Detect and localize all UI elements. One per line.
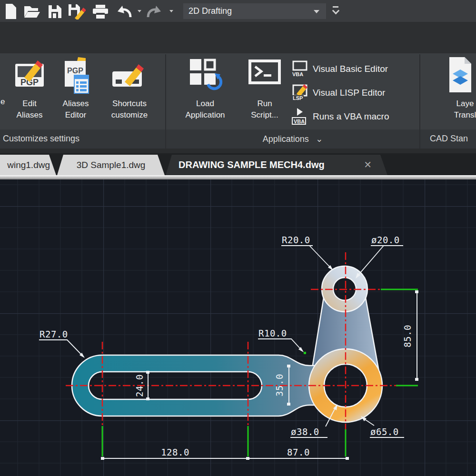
- cad-standards-panel-caption: CAD Stan: [430, 134, 468, 144]
- undo-dropdown[interactable]: [138, 10, 141, 12]
- dim-87: 87.0: [287, 447, 310, 457]
- autocad-window: 2D Drafting Home Insert Annotation 3D Su…: [0, 0, 476, 476]
- print-icon: [92, 4, 109, 19]
- shortcuts-customize-icon: [106, 55, 153, 96]
- vba-macro-button[interactable]: VBA Runs a VBA macro: [290, 108, 389, 126]
- workspace-label: 2D Drafting: [188, 6, 232, 16]
- load-application-icon: [174, 55, 236, 96]
- edit-aliases-icon: PGP: [11, 55, 48, 96]
- load-application-button[interactable]: Load Application: [174, 55, 236, 121]
- load-application-label-2: Application: [174, 109, 236, 121]
- ribbon-bottom-gap: [0, 149, 476, 153]
- new-file-button[interactable]: [2, 3, 20, 20]
- dim-r10: R10.0: [258, 328, 287, 338]
- open-folder-icon: [23, 4, 40, 19]
- aliases-editor-button[interactable]: PGP Aliases Editor: [57, 55, 94, 121]
- quick-access-toolbar: 2D Drafting: [0, 0, 476, 22]
- new-file-icon: [5, 3, 17, 20]
- visual-lisp-editor-icon: LSP: [290, 84, 308, 102]
- dim-85: 85.0: [402, 325, 413, 347]
- dim-d38: ø38.0: [291, 426, 319, 437]
- load-application-label-1: Load: [174, 98, 236, 109]
- chevron-down-icon: [138, 10, 141, 12]
- save-as-icon: [68, 3, 86, 20]
- vba-macro-icon: VBA: [290, 108, 308, 126]
- panel-separator: [419, 129, 420, 149]
- osnap-dot: [304, 352, 306, 354]
- workspace-selector[interactable]: 2D Drafting: [183, 3, 326, 19]
- edit-aliases-label-2: Aliases: [11, 109, 48, 121]
- dim-d65: ø65.0: [370, 426, 399, 437]
- panel-expand-chevron-icon: ⌄: [316, 134, 323, 144]
- dim-24: 24.0: [134, 374, 145, 397]
- run-script-label-1: Run: [242, 98, 288, 109]
- svg-text:PGP: PGP: [67, 67, 83, 75]
- layer-translator-label-1: Laye: [444, 98, 476, 109]
- file-tab-label: wing1.dwg: [7, 160, 50, 170]
- ribbon-panel-area: e PGP Edit Aliases PGP: [0, 53, 476, 129]
- save-as-button[interactable]: [68, 3, 86, 20]
- dim-d20: ø20.0: [371, 235, 400, 245]
- redo-button[interactable]: [145, 3, 163, 20]
- dim-35: 35.0: [274, 374, 285, 397]
- undo-icon: [116, 4, 132, 19]
- panel-separator: [165, 129, 166, 149]
- visual-basic-editor-button[interactable]: VBA Visual Basic Editor: [290, 60, 388, 78]
- visual-basic-editor-label: Visual Basic Editor: [313, 64, 388, 74]
- dim-128: 128.0: [161, 447, 189, 457]
- run-script-label-2: Script...: [242, 109, 288, 121]
- file-tab-3d-sample1[interactable]: 3D Sample1.dwg: [57, 155, 165, 175]
- layer-translator-label-2: Transl: [444, 109, 476, 121]
- aliases-editor-icon: PGP: [57, 55, 94, 96]
- svg-text:LSP: LSP: [293, 95, 303, 101]
- vba-macro-label: Runs a VBA macro: [313, 111, 389, 122]
- aliases-editor-label-2: Editor: [57, 109, 94, 121]
- close-tab-icon[interactable]: ✕: [364, 155, 372, 175]
- layer-translator-icon: [444, 55, 476, 96]
- layer-translator-button[interactable]: Laye Transl: [444, 55, 476, 121]
- edit-aliases-label-1: Edit: [11, 98, 48, 109]
- chevron-down-icon: [169, 10, 173, 12]
- ribbon-tab-bar: Home Insert Annotation 3D Surface Mesh L…: [0, 22, 476, 53]
- run-script-icon: [242, 55, 288, 96]
- visual-lisp-editor-button[interactable]: LSP Visual LISP Editor: [290, 84, 385, 102]
- caret-down-icon: [314, 10, 319, 13]
- redo-dropdown[interactable]: [169, 10, 173, 12]
- applications-panel-caption[interactable]: Applications ⌄: [168, 134, 418, 144]
- aliases-editor-label-1: Aliases: [57, 98, 94, 109]
- save-icon: [48, 4, 62, 19]
- redo-icon: [146, 4, 162, 19]
- tab-bottom-strip: [0, 175, 476, 179]
- dim-r20: R20.0: [282, 235, 310, 245]
- drawing-svg: R20.0 ø20.0 R27.0 R10.0 ø38.0 ø65.0 128.…: [0, 179, 476, 476]
- file-tab-drawing1[interactable]: wing1.dwg: [0, 155, 56, 175]
- run-script-button[interactable]: Run Script...: [242, 55, 288, 121]
- visual-lisp-editor-label: Visual LISP Editor: [313, 88, 385, 98]
- open-button[interactable]: [23, 3, 41, 20]
- svg-text:VBA: VBA: [294, 119, 305, 124]
- panel-caption-row: Customizes settings Applications ⌄ CAD S…: [0, 129, 476, 149]
- shortcuts-label-1: Shortcuts: [106, 98, 153, 109]
- file-tab-label: 3D Sample1.dwg: [77, 160, 146, 170]
- file-tab-drawing-sample-mech4[interactable]: DRAWING SAMPLE MECH4.dwg ✕: [166, 155, 387, 175]
- clipped-button-label: e: [0, 97, 5, 107]
- drawing-viewport[interactable]: R20.0 ø20.0 R27.0 R10.0 ø38.0 ø65.0 128.…: [0, 179, 476, 476]
- edit-aliases-button[interactable]: PGP Edit Aliases: [11, 55, 48, 121]
- print-button[interactable]: [91, 3, 109, 20]
- save-button[interactable]: [46, 3, 64, 20]
- shortcuts-label-2: customize: [106, 109, 153, 121]
- shortcuts-customize-button[interactable]: Shortcuts customize: [106, 55, 153, 121]
- customize-panel-caption: Customizes settings: [3, 134, 79, 144]
- file-tab-label: DRAWING SAMPLE MECH4.dwg: [178, 159, 325, 170]
- toolbar-options-button[interactable]: [333, 6, 338, 13]
- undo-button[interactable]: [115, 3, 133, 20]
- svg-text:VBA: VBA: [292, 71, 303, 77]
- dim-r27: R27.0: [40, 329, 68, 339]
- visual-basic-editor-icon: VBA: [290, 60, 308, 78]
- chevron-down-icon: [332, 7, 339, 15]
